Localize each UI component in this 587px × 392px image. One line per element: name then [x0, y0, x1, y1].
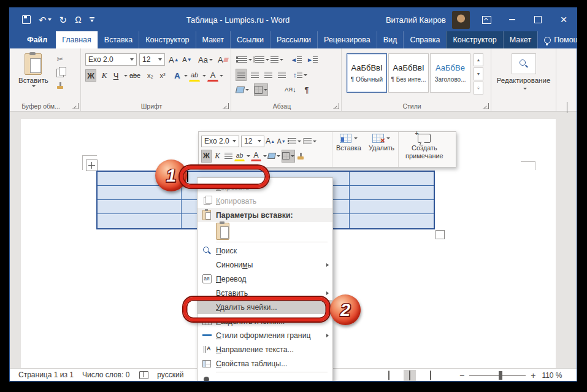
- table-cell[interactable]: [350, 186, 434, 200]
- mini-shrink-font-button[interactable]: А▼: [276, 135, 286, 148]
- font-color-button[interactable]: А: [207, 69, 218, 82]
- format-painter-icon[interactable]: [57, 82, 64, 89]
- font-color-dropdown-icon[interactable]: [220, 75, 223, 77]
- print-layout-icon[interactable]: [404, 370, 416, 381]
- styles-scroll-down-icon[interactable]: ▼: [474, 67, 483, 80]
- bold-button[interactable]: Ж: [85, 69, 96, 82]
- mini-font-size-combo[interactable]: 12: [241, 136, 264, 147]
- minimize-icon[interactable]: [499, 8, 525, 31]
- proofing-icon[interactable]: [139, 371, 148, 379]
- grow-font-button[interactable]: А▲: [168, 53, 180, 66]
- editing-label[interactable]: Редактирование: [491, 77, 556, 84]
- italic-button[interactable]: К: [99, 69, 110, 82]
- tab-конструктор[interactable]: Конструктор: [139, 31, 195, 48]
- close-icon[interactable]: ×: [551, 8, 577, 31]
- menu-item-translate[interactable]: аяПеревод: [198, 272, 332, 286]
- redo-icon[interactable]: ↻: [59, 15, 67, 25]
- borders-icon[interactable]: [254, 83, 268, 96]
- strikethrough-button[interactable]: abc: [129, 69, 141, 82]
- styles-more-icon[interactable]: ⩒: [474, 82, 483, 94]
- tab-макет[interactable]: Макет: [196, 31, 230, 48]
- table-cell[interactable]: [350, 200, 434, 214]
- numbering-icon[interactable]: [253, 53, 270, 66]
- decrease-indent-icon[interactable]: ◄: [290, 53, 302, 66]
- table-resize-handle[interactable]: [435, 230, 445, 239]
- clear-formatting-icon[interactable]: А: [217, 53, 229, 66]
- zoom-slider[interactable]: [469, 375, 526, 376]
- undo-icon[interactable]: ↶: [39, 15, 52, 25]
- user-name[interactable]: Виталий Каиров: [386, 15, 446, 25]
- tab-справка[interactable]: Справка: [403, 31, 446, 48]
- bullets-icon[interactable]: [236, 53, 253, 66]
- copy-icon[interactable]: [56, 69, 64, 77]
- paste-button[interactable]: Вставить: [18, 53, 48, 87]
- mini-font-color-dropdown-icon[interactable]: [263, 155, 267, 157]
- menu-item-border-styles[interactable]: Стили оформления границ: [198, 328, 332, 342]
- shading-icon[interactable]: [236, 83, 250, 96]
- table-cell[interactable]: [98, 200, 182, 214]
- menu-item-table-properties[interactable]: Свойства таблицы...: [198, 356, 332, 371]
- cut-icon[interactable]: ✂: [57, 55, 64, 64]
- menu-item-copy[interactable]: Копировать: [198, 194, 332, 208]
- mini-shading-icon[interactable]: [267, 150, 281, 163]
- mini-italic-button[interactable]: К: [212, 150, 223, 163]
- highlight-button[interactable]: ab: [189, 69, 200, 82]
- table-cell[interactable]: [350, 172, 434, 186]
- tab-рассылки[interactable]: Рассылки: [270, 31, 317, 48]
- save-icon[interactable]: [22, 15, 31, 24]
- underline-dropdown-icon[interactable]: [124, 75, 128, 77]
- mini-bullets-icon[interactable]: [287, 135, 302, 148]
- tab-конструктор[interactable]: Конструктор: [446, 31, 502, 48]
- underline-button[interactable]: Ч: [110, 69, 121, 82]
- align-left-icon[interactable]: [236, 69, 247, 81]
- tab-file[interactable]: Файл: [18, 31, 56, 48]
- tab-главная[interactable]: Главная: [56, 31, 98, 48]
- page-indicator[interactable]: Страница 1 из 1: [18, 371, 74, 379]
- align-right-icon[interactable]: [263, 69, 274, 81]
- language-indicator[interactable]: русский: [157, 371, 183, 379]
- editing-dropdown-icon[interactable]: [523, 88, 527, 90]
- collapse-ribbon-icon[interactable]: [567, 102, 567, 113]
- tab-макет[interactable]: Макет: [503, 31, 537, 48]
- zoom-level[interactable]: 110 %: [542, 371, 562, 380]
- clipboard-dialog-launcher-icon[interactable]: [72, 103, 79, 109]
- mini-font-name-combo[interactable]: Exo 2.0: [201, 136, 239, 147]
- customize-quick-access-icon[interactable]: [90, 17, 94, 22]
- zoom-slider-handle[interactable]: [499, 371, 502, 380]
- tab-вставка[interactable]: Вставка: [98, 31, 139, 48]
- align-center-icon[interactable]: [249, 69, 260, 81]
- menu-item-smart-lookup[interactable]: Поиск: [198, 244, 332, 258]
- styles-scroll-up-icon[interactable]: ▲: [474, 53, 483, 66]
- menu-item-synonyms[interactable]: Синонимы: [198, 258, 332, 272]
- mini-delete-button[interactable]: Удалить: [365, 132, 398, 167]
- superscript-button[interactable]: х²: [157, 69, 168, 82]
- styles-dialog-launcher-icon[interactable]: [483, 103, 489, 109]
- web-layout-icon[interactable]: [424, 370, 437, 381]
- mini-borders-icon[interactable]: [282, 150, 295, 163]
- change-case-button[interactable]: Аа: [198, 53, 213, 66]
- mini-font-color-button[interactable]: А: [251, 151, 261, 161]
- font-size-combo[interactable]: 12: [139, 53, 165, 66]
- table-cell[interactable]: [98, 214, 182, 228]
- mini-insert-button[interactable]: Вставка: [332, 132, 365, 167]
- multilevel-list-icon[interactable]: [270, 53, 284, 66]
- mini-highlight-button[interactable]: ab: [234, 151, 245, 161]
- highlight-dropdown-icon[interactable]: [202, 75, 206, 77]
- shrink-font-button[interactable]: А▼: [182, 53, 193, 66]
- sort-icon[interactable]: АЯ↓: [284, 83, 297, 96]
- increase-indent-icon[interactable]: ►: [306, 53, 318, 66]
- ribbon-display-options-icon[interactable]: [474, 8, 499, 31]
- maximize-icon[interactable]: [525, 8, 551, 31]
- menu-item-text-direction[interactable]: Направление текста...: [198, 342, 332, 356]
- table-cell[interactable]: [350, 214, 434, 228]
- tab-ссылки[interactable]: Ссылки: [230, 31, 270, 48]
- mini-highlight-dropdown-icon[interactable]: [247, 155, 250, 157]
- find-button[interactable]: [512, 53, 536, 74]
- mini-new-comment-button[interactable]: Создать примечание: [398, 132, 450, 167]
- mini-numbering-icon[interactable]: [302, 135, 317, 148]
- font-dialog-launcher-icon[interactable]: [223, 103, 229, 109]
- mini-format-painter-icon[interactable]: [296, 150, 306, 163]
- tab-рецензирова[interactable]: Рецензирова: [317, 31, 377, 48]
- tab-вид[interactable]: Вид: [377, 31, 404, 48]
- justify-icon[interactable]: [276, 69, 287, 81]
